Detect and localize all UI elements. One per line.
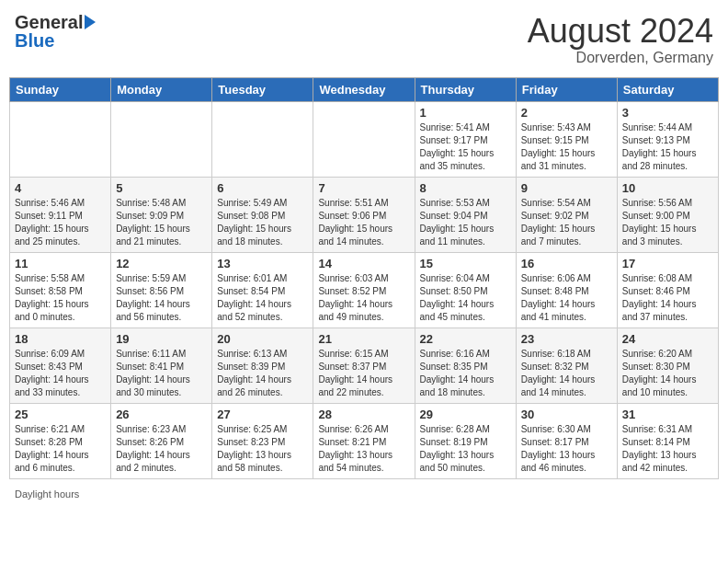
day-number: 28 [318, 408, 409, 421]
day-info: Sunrise: 6:25 AM Sunset: 8:23 PM Dayligh… [217, 423, 308, 475]
table-row: 9Sunrise: 5:54 AM Sunset: 9:02 PM Daylig… [516, 177, 617, 252]
table-row: 18Sunrise: 6:09 AM Sunset: 8:43 PM Dayli… [10, 327, 111, 403]
table-row: 26Sunrise: 6:23 AM Sunset: 8:26 PM Dayli… [111, 403, 212, 478]
day-number: 31 [622, 408, 713, 421]
table-row [111, 101, 212, 177]
table-row: 7Sunrise: 5:51 AM Sunset: 9:06 PM Daylig… [313, 177, 415, 252]
day-number: 2 [521, 106, 612, 120]
day-info: Sunrise: 6:01 AM Sunset: 8:54 PM Dayligh… [217, 272, 308, 324]
table-row: 10Sunrise: 5:56 AM Sunset: 9:00 PM Dayli… [617, 177, 718, 252]
day-info: Sunrise: 5:49 AM Sunset: 9:08 PM Dayligh… [217, 197, 308, 248]
table-row: 31Sunrise: 6:31 AM Sunset: 8:14 PM Dayli… [617, 403, 718, 478]
logo-blue-text: Blue [15, 31, 54, 50]
day-of-week-header: Thursday [415, 77, 516, 101]
day-info: Sunrise: 6:26 AM Sunset: 8:21 PM Dayligh… [318, 423, 409, 475]
day-number: 18 [15, 332, 106, 346]
table-row: 16Sunrise: 6:06 AM Sunset: 8:48 PM Dayli… [516, 252, 617, 327]
day-number: 29 [420, 408, 511, 421]
day-info: Sunrise: 6:30 AM Sunset: 8:17 PM Dayligh… [521, 423, 612, 475]
day-number: 15 [420, 257, 511, 270]
table-row: 14Sunrise: 6:03 AM Sunset: 8:52 PM Dayli… [313, 252, 415, 327]
calendar-footer: Daylight hours [9, 487, 719, 501]
table-row: 25Sunrise: 6:21 AM Sunset: 8:28 PM Dayli… [10, 403, 111, 478]
table-row: 21Sunrise: 6:15 AM Sunset: 8:37 PM Dayli… [313, 327, 415, 403]
day-info: Sunrise: 6:31 AM Sunset: 8:14 PM Dayligh… [622, 423, 713, 475]
day-number: 10 [622, 181, 713, 195]
day-number: 12 [116, 257, 207, 270]
day-info: Sunrise: 6:28 AM Sunset: 8:19 PM Dayligh… [420, 423, 511, 475]
day-info: Sunrise: 6:04 AM Sunset: 8:50 PM Dayligh… [420, 272, 511, 324]
day-info: Sunrise: 6:21 AM Sunset: 8:28 PM Dayligh… [15, 423, 106, 475]
day-info: Sunrise: 5:53 AM Sunset: 9:04 PM Dayligh… [420, 197, 511, 248]
day-info: Sunrise: 5:44 AM Sunset: 9:13 PM Dayligh… [622, 121, 713, 173]
day-info: Sunrise: 6:16 AM Sunset: 8:35 PM Dayligh… [420, 348, 511, 399]
table-row: 8Sunrise: 5:53 AM Sunset: 9:04 PM Daylig… [415, 177, 516, 252]
day-info: Sunrise: 6:18 AM Sunset: 8:32 PM Dayligh… [521, 348, 612, 399]
table-row: 27Sunrise: 6:25 AM Sunset: 8:23 PM Dayli… [212, 403, 313, 478]
day-of-week-header: Tuesday [212, 77, 313, 101]
day-of-week-header: Wednesday [313, 77, 415, 101]
day-number: 30 [521, 408, 612, 421]
day-number: 24 [622, 332, 713, 346]
table-row: 30Sunrise: 6:30 AM Sunset: 8:17 PM Dayli… [516, 403, 617, 478]
day-number: 17 [622, 257, 713, 270]
day-info: Sunrise: 5:48 AM Sunset: 9:09 PM Dayligh… [116, 197, 207, 248]
table-row: 11Sunrise: 5:58 AM Sunset: 8:58 PM Dayli… [10, 252, 111, 327]
day-number: 4 [15, 181, 106, 195]
table-row: 17Sunrise: 6:08 AM Sunset: 8:46 PM Dayli… [617, 252, 718, 327]
calendar-location: Dorverden, Germany [528, 50, 713, 66]
day-number: 3 [622, 106, 713, 120]
daylight-hours-label: Daylight hours [15, 488, 79, 500]
day-number: 1 [420, 106, 511, 120]
day-of-week-header: Monday [111, 77, 212, 101]
day-info: Sunrise: 6:03 AM Sunset: 8:52 PM Dayligh… [318, 272, 409, 324]
day-number: 20 [217, 332, 308, 346]
day-number: 22 [420, 332, 511, 346]
day-info: Sunrise: 6:13 AM Sunset: 8:39 PM Dayligh… [217, 348, 308, 399]
day-number: 9 [521, 181, 612, 195]
day-of-week-header: Saturday [617, 77, 718, 101]
day-number: 7 [318, 181, 409, 195]
day-info: Sunrise: 6:11 AM Sunset: 8:41 PM Dayligh… [116, 348, 207, 399]
day-number: 5 [116, 181, 207, 195]
calendar-header-row: SundayMondayTuesdayWednesdayThursdayFrid… [10, 77, 719, 101]
logo: General Blue [15, 13, 96, 50]
calendar-table: SundayMondayTuesdayWednesdayThursdayFrid… [9, 77, 719, 479]
day-of-week-header: Sunday [10, 77, 111, 101]
table-row: 22Sunrise: 6:16 AM Sunset: 8:35 PM Dayli… [415, 327, 516, 403]
day-info: Sunrise: 6:15 AM Sunset: 8:37 PM Dayligh… [318, 348, 409, 399]
table-row: 29Sunrise: 6:28 AM Sunset: 8:19 PM Dayli… [415, 403, 516, 478]
day-number: 23 [521, 332, 612, 346]
table-row [313, 101, 415, 177]
table-row: 28Sunrise: 6:26 AM Sunset: 8:21 PM Dayli… [313, 403, 415, 478]
table-row: 24Sunrise: 6:20 AM Sunset: 8:30 PM Dayli… [617, 327, 718, 403]
table-row: 15Sunrise: 6:04 AM Sunset: 8:50 PM Dayli… [415, 252, 516, 327]
day-number: 26 [116, 408, 207, 421]
day-of-week-header: Friday [516, 77, 617, 101]
table-row: 5Sunrise: 5:48 AM Sunset: 9:09 PM Daylig… [111, 177, 212, 252]
calendar-title-block: August 2024 Dorverden, Germany [528, 13, 713, 66]
day-number: 8 [420, 181, 511, 195]
calendar-month-year: August 2024 [528, 13, 713, 50]
table-row: 3Sunrise: 5:44 AM Sunset: 9:13 PM Daylig… [617, 101, 718, 177]
day-number: 13 [217, 257, 308, 270]
day-info: Sunrise: 5:59 AM Sunset: 8:56 PM Dayligh… [116, 272, 207, 324]
day-info: Sunrise: 6:09 AM Sunset: 8:43 PM Dayligh… [15, 348, 106, 399]
day-info: Sunrise: 5:51 AM Sunset: 9:06 PM Dayligh… [318, 197, 409, 248]
day-number: 11 [15, 257, 106, 270]
table-row: 19Sunrise: 6:11 AM Sunset: 8:41 PM Dayli… [111, 327, 212, 403]
page-header: General Blue August 2024 Dorverden, Germ… [9, 9, 719, 70]
logo-general-text: General [15, 13, 83, 31]
day-info: Sunrise: 5:41 AM Sunset: 9:17 PM Dayligh… [420, 121, 511, 173]
day-info: Sunrise: 6:20 AM Sunset: 8:30 PM Dayligh… [622, 348, 713, 399]
day-number: 21 [318, 332, 409, 346]
table-row: 1Sunrise: 5:41 AM Sunset: 9:17 PM Daylig… [415, 101, 516, 177]
table-row: 2Sunrise: 5:43 AM Sunset: 9:15 PM Daylig… [516, 101, 617, 177]
table-row: 6Sunrise: 5:49 AM Sunset: 9:08 PM Daylig… [212, 177, 313, 252]
day-info: Sunrise: 6:23 AM Sunset: 8:26 PM Dayligh… [116, 423, 207, 475]
table-row: 12Sunrise: 5:59 AM Sunset: 8:56 PM Dayli… [111, 252, 212, 327]
table-row [10, 101, 111, 177]
day-info: Sunrise: 5:56 AM Sunset: 9:00 PM Dayligh… [622, 197, 713, 248]
day-number: 25 [15, 408, 106, 421]
day-info: Sunrise: 6:08 AM Sunset: 8:46 PM Dayligh… [622, 272, 713, 324]
